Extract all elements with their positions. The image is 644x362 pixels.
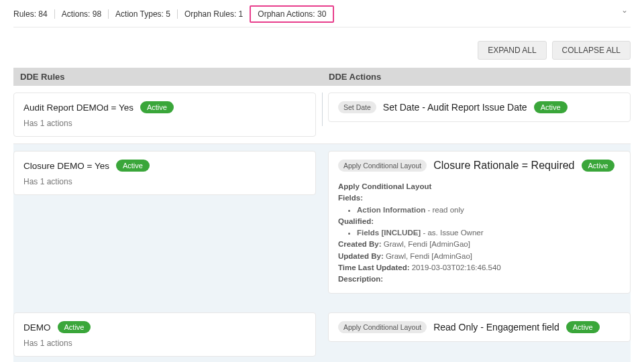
columns-header: DDE Rules DDE Actions: [13, 68, 631, 86]
detail-updated-by: Updated By: Grawl, Fendi [AdminGao]: [338, 251, 621, 262]
detail-type-title: Apply Conditional Layout: [338, 181, 621, 192]
stat-action-types: Action Types: 5: [109, 9, 178, 19]
page-root: Rules: 84 Actions: 98 Action Types: 5 Or…: [0, 0, 644, 362]
status-badge: Active: [116, 160, 150, 172]
action-details: Apply Conditional Layout Fields: Action …: [338, 181, 621, 285]
status-badge: Active: [582, 160, 615, 172]
detail-qualified-label: Qualified:: [338, 216, 621, 227]
action-card[interactable]: Set Date Set Date - Audit Report Issue D…: [328, 93, 631, 122]
action-column: Apply Conditional Layout Closure Rationa…: [328, 144, 631, 294]
chevron-down-icon[interactable]: ⌄: [621, 5, 628, 15]
stat-rules: Rules: 84: [13, 9, 55, 19]
stat-orphan-rules: Orphan Rules: 1: [178, 9, 250, 19]
rule-subtext: Has 1 actions: [23, 177, 306, 186]
detail-field-item: Action Information - read only: [357, 204, 621, 216]
rule-name: DEMO: [23, 322, 51, 333]
rule-action-row: Audit Report DEMOd = Yes Active Has 1 ac…: [13, 86, 631, 144]
rule-card[interactable]: DEMO Active Has 1 actions: [13, 312, 316, 357]
action-name: Read Only - Engagement field: [433, 322, 559, 333]
stat-actions: Actions: 98: [55, 9, 109, 19]
body-area: Closure DEMO = Yes Active Has 1 actions …: [13, 144, 631, 362]
rule-column: DEMO Active Has 1 actions: [13, 306, 316, 357]
rule-subtext: Has 1 actions: [23, 339, 306, 348]
detail-fields-label: Fields:: [338, 192, 621, 204]
rule-column: Audit Report DEMOd = Yes Active Has 1 ac…: [13, 86, 316, 137]
status-badge: Active: [534, 101, 568, 113]
rule-subtext: Has 1 actions: [23, 119, 306, 128]
action-card[interactable]: Apply Conditional Layout Read Only - Eng…: [328, 312, 631, 342]
action-type-badge: Set Date: [338, 101, 376, 113]
collapse-all-button[interactable]: COLLAPSE ALL: [552, 41, 631, 60]
detail-qualified-item: Fields [INCLUDE] - as. Issue Owner: [357, 227, 621, 239]
detail-description: Description:: [338, 274, 621, 285]
rule-column: Closure DEMO = Yes Active Has 1 actions: [13, 144, 316, 294]
rule-name: Audit Report DEMOd = Yes: [23, 103, 133, 113]
action-type-badge: Apply Conditional Layout: [338, 321, 427, 333]
action-type-badge: Apply Conditional Layout: [338, 160, 427, 172]
action-column: Apply Conditional Layout Read Only - Eng…: [328, 306, 631, 357]
rule-name: Closure DEMO = Yes: [23, 161, 109, 171]
action-name: Closure Rationale = Required: [433, 160, 574, 172]
rule-action-row: Closure DEMO = Yes Active Has 1 actions …: [13, 144, 631, 294]
detail-time-updated: Time Last Updated: 2019-03-03T02:16:46.5…: [338, 262, 621, 274]
action-name: Set Date - Audit Report Issue Date: [383, 102, 527, 113]
status-badge: Active: [566, 321, 600, 333]
stat-orphan-actions: Orphan Actions: 30: [250, 5, 334, 23]
rule-card[interactable]: Audit Report DEMOd = Yes Active Has 1 ac…: [13, 93, 316, 137]
rule-card[interactable]: Closure DEMO = Yes Active Has 1 actions: [13, 151, 316, 195]
action-card[interactable]: Apply Conditional Layout Closure Rationa…: [328, 151, 631, 294]
detail-created-by: Created By: Grawl, Fendi [AdminGao]: [338, 239, 621, 250]
stats-bar: Rules: 84 Actions: 98 Action Types: 5 Or…: [13, 0, 631, 27]
action-column: Set Date Set Date - Audit Report Issue D…: [328, 86, 631, 137]
rule-action-row: DEMO Active Has 1 actions Apply Conditio…: [13, 306, 631, 357]
rules-column-header: DDE Rules: [13, 68, 322, 86]
status-badge: Active: [58, 321, 91, 333]
expand-all-button[interactable]: EXPAND ALL: [478, 41, 546, 60]
row-divider: [322, 93, 323, 126]
actions-column-header: DDE Actions: [322, 68, 631, 86]
status-badge: Active: [140, 101, 174, 113]
top-controls: EXPAND ALL COLLAPSE ALL: [13, 27, 631, 68]
